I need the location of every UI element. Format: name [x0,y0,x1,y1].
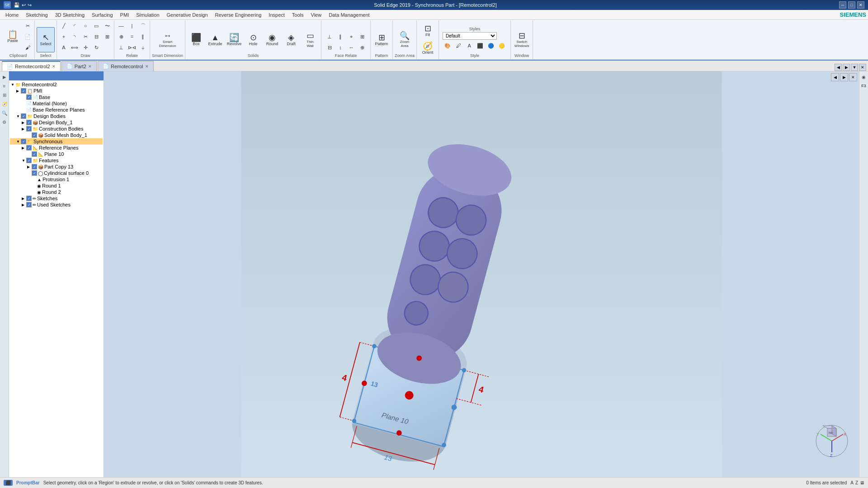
tree-item-cylindrical-surface[interactable]: ✓◯Cylindrical surface 0 [10,170,103,176]
style-btn-6[interactable]: 🟡 [497,41,507,51]
tree-check-design-body-1[interactable]: ✓ [26,120,32,125]
extrude-button[interactable]: ▲ Extrude [206,27,224,52]
menu-simulation[interactable]: Simulation [132,11,163,19]
circle-button[interactable]: ○ [80,21,90,31]
tree-check-construction-bodies[interactable]: ✓ [26,126,32,131]
tree-item-solid-mesh-body[interactable]: ✓📦Solid Mesh Body_1 [10,132,103,138]
rotate-button[interactable]: ↻ [91,42,101,52]
tree-item-material[interactable]: 📄Material (None) [10,100,103,107]
tree-item-used-sketches[interactable]: ▶✓✏Used Sketches [10,202,103,208]
menu-data-management[interactable]: Data Management [325,11,373,19]
tree-item-design-bodies[interactable]: ▼✓📁Design Bodies [10,113,103,119]
paste-button[interactable]: 📋 Paste [4,24,22,49]
tree-item-design-body-1[interactable]: ▶✓📦Design Body_1 [10,119,103,126]
fit-button[interactable]: ⊡ Fit [419,22,437,39]
viewport-btn-2[interactable]: ▶ [840,73,848,81]
tree-check-pmi[interactable]: ✓ [21,88,26,94]
face-relate-8[interactable]: ⊕ [357,42,367,52]
box-button[interactable]: ⬛ Box [187,27,205,52]
tree-item-base[interactable]: ✓📄Base [10,94,103,100]
symmetric-button[interactable]: ⊳⊲ [127,42,137,52]
menu-reverse-engineering[interactable]: Reverse Engineering [212,11,265,19]
pattern-button[interactable]: ⊞ Pattern [373,27,391,52]
sidebar-search-icon[interactable]: 🔍 [1,109,8,117]
menu-sketching[interactable]: Sketching [22,11,51,19]
smart-dimension-button[interactable]: ↔ SmartDimension [159,27,177,52]
arc-button[interactable]: ◜ [70,21,80,31]
cut-button[interactable]: ✂ [23,21,33,31]
perp-button[interactable]: ⊥ [116,42,126,52]
tree-arrow-part-copy-13[interactable]: ▶ [27,165,32,169]
right-panel-icon-1[interactable]: ◉ [860,73,868,80]
menu-tools[interactable]: Tools [288,11,307,19]
tree-check-plane10[interactable]: ✓ [32,151,37,157]
tree-arrow-reference-planes[interactable]: ▶ [22,146,26,150]
tree-item-reference-planes[interactable]: ▶✓📐Reference Planes [10,145,103,151]
style-select[interactable]: Default [443,32,497,40]
face-relate-6[interactable]: ↕ [335,42,345,52]
tree-item-base-ref[interactable]: 📄Base Reference Planes [10,107,103,113]
sidebar-layers-icon[interactable]: ≡ [1,82,8,89]
style-btn-5[interactable]: 🔵 [486,41,496,51]
tree-check-features[interactable]: ✓ [26,158,32,163]
sidebar-compass-icon[interactable]: 🧭 [1,100,8,108]
tree-item-synchronous[interactable]: ▼✓📁Synchronous [10,138,103,145]
menu-surfacing[interactable]: Surfacing [88,11,116,19]
face-relate-3[interactable]: ⌖ [346,32,356,42]
tree-check-reference-planes[interactable]: ✓ [26,145,32,150]
tree-arrow-synchronous[interactable]: ▼ [16,140,21,144]
tree-arrow-construction-bodies[interactable]: ▶ [22,127,26,131]
coincident-button[interactable]: ⊕ [116,32,126,42]
tab-nav-list[interactable]: ▼ [851,64,858,71]
pattern-draw-button[interactable]: ⊞ [102,32,112,42]
tab-close-remotecontrol2[interactable]: ✕ [52,64,56,69]
tree-check-design-bodies[interactable]: ✓ [21,113,26,119]
tab-close-remotecontrol[interactable]: ✕ [145,64,149,69]
menu-pmi[interactable]: PMI [117,11,133,19]
face-relate-7[interactable]: ↔ [346,42,356,52]
parallel-button[interactable]: ∥ [138,32,148,42]
tree-item-construction-bodies[interactable]: ▶✓📁Construction Bodies [10,126,103,132]
tree-check-part-copy-13[interactable]: ✓ [32,164,37,169]
style-btn-2[interactable]: 🖊 [453,41,463,51]
thin-wall-button[interactable]: ▭ ThinWall [301,27,319,52]
revolve-button[interactable]: 🔄 Revolve [225,27,243,52]
offset-button[interactable]: ⊟ [91,32,101,42]
sidebar-parts-icon[interactable]: ⊞ [1,91,8,99]
face-relate-4[interactable]: ⊞ [357,32,367,42]
tree-item-pmi[interactable]: ▶✓📋PMI [10,88,103,94]
tree-arrow-root[interactable]: ▼ [11,83,15,87]
move-button[interactable]: ✛ [80,42,90,52]
tab-close-all[interactable]: ✕ [859,64,866,71]
copy-button[interactable]: 📄 [23,32,33,42]
tree-check-synchronous[interactable]: ✓ [21,139,26,144]
sidebar-pathfinder-icon[interactable]: ▶ [1,73,8,80]
maximize-button[interactable]: □ [848,1,855,9]
tree-item-root[interactable]: ▼📁Remotecontrol2 [10,81,103,88]
tab-remotecontrol[interactable]: 📄 Remotecontrol ✕ [98,61,154,71]
close-button[interactable]: ✕ [857,1,864,9]
tree-arrow-sketches[interactable]: ▶ [22,197,26,201]
face-relate-1[interactable]: ⊥ [325,32,335,42]
tree-arrow-features[interactable]: ▼ [22,159,26,163]
tab-nav-right[interactable]: ▶ [843,64,850,71]
hole-button[interactable]: ⊙ Hole [244,27,262,52]
menu-home[interactable]: Home [2,11,22,19]
undo-icon[interactable]: ↩ [22,2,26,8]
tree-arrow-design-bodies[interactable]: ▼ [16,114,21,118]
tree-item-round-2[interactable]: ◉Round 2 [10,189,103,195]
fillet-button[interactable]: ◝ [70,32,80,42]
face-relate-2[interactable]: ∥ [335,32,345,42]
round-button[interactable]: ◉ Round [263,27,281,52]
draft-button[interactable]: ◈ Draft [282,27,300,52]
style-btn-1[interactable]: 🎨 [443,41,453,51]
tangent-button[interactable]: ⌒ [138,21,148,31]
tab-part2[interactable]: 📄 Part2 ✕ [61,61,97,71]
trim-button[interactable]: ✂ [80,32,90,42]
horizontal-button[interactable]: — [116,21,126,31]
tree-item-plane10[interactable]: ✓📐Plane 10 [10,151,103,157]
tree-arrow-pmi[interactable]: ▶ [16,89,21,93]
menu-view[interactable]: View [307,11,326,19]
mirror-button[interactable]: ⟺ [70,42,80,52]
tab-nav-left[interactable]: ◀ [835,64,842,71]
